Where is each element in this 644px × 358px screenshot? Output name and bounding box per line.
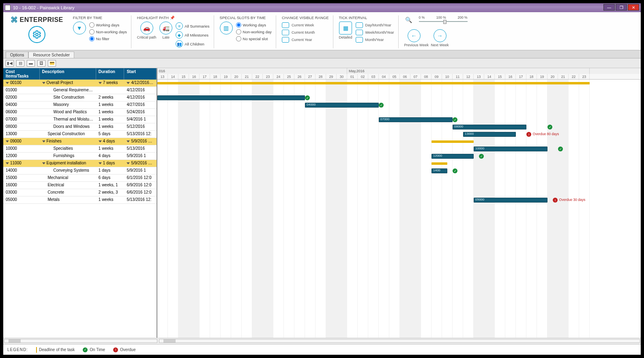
special-radio-1[interactable]: Non-working day — [236, 29, 272, 35]
task-row[interactable]: 02000Site Construction2 weeks4/12/2016 — [3, 94, 157, 101]
children-icon: 👥 — [176, 40, 183, 47]
task-row[interactable]: 13000Special Construction5 days5/13/2016… — [3, 131, 157, 138]
day-cell: 14 — [168, 74, 178, 79]
task-bar[interactable]: 12000 — [431, 154, 474, 159]
task-bar[interactable]: 08000 — [453, 125, 526, 129]
task-row[interactable]: 15000Mechanical6 days6/1/2016 12:0 — [3, 175, 157, 182]
task-row[interactable]: 07000Thermal and Moisture Pr1 weeks5/4/2… — [3, 116, 157, 123]
all-milestones-toggle[interactable]: ◆All Milestones — [176, 31, 209, 39]
all-children-toggle[interactable]: 👥All Children — [176, 40, 209, 47]
previous-week-label: Previous Week — [404, 43, 424, 47]
go-start-button[interactable]: ▮◀ — [6, 60, 14, 67]
dmy-button[interactable]: Day/Month/Year — [356, 22, 394, 28]
settings-button[interactable] — [28, 26, 45, 43]
zoom-200-label: 200 % — [457, 15, 467, 19]
my-button[interactable]: Month/Year — [356, 37, 394, 43]
legend-title: LEGEND: — [7, 347, 28, 352]
next-week-button[interactable]: → — [434, 29, 447, 42]
filter-radio-0[interactable]: Working days — [89, 22, 127, 28]
day-cell: 10 — [442, 74, 453, 79]
day-cell: 17 — [516, 74, 526, 79]
image-button[interactable]: 🖼 — [37, 60, 45, 67]
task-bar[interactable]: 04000 — [305, 103, 379, 108]
ontime-marker: ✓ — [379, 103, 384, 108]
window-minimize-button[interactable]: — — [603, 4, 615, 11]
window-close-button[interactable]: ✕ — [628, 4, 639, 11]
summary-bar[interactable] — [157, 82, 590, 84]
critical-path-icon[interactable]: 🚗 — [140, 22, 153, 35]
task-row[interactable]: 10000Specialties1 weeks5/13/2016 — [3, 145, 157, 153]
late-icon[interactable]: 🚛 — [159, 22, 172, 35]
day-cell: 29 — [326, 74, 337, 79]
task-row[interactable]: 08000Doors and Windows1 weeks5/12/2016 — [3, 123, 157, 131]
task-bar[interactable]: 13000 — [463, 132, 516, 137]
task-row[interactable]: 03000Concrete2 weeks, 36/6/2016 12:0 — [3, 189, 157, 196]
hierarchy-button[interactable]: ▤ — [16, 60, 24, 67]
task-row[interactable]: 06000Wood and Plastics1 weeks5/24/2016 — [3, 109, 157, 116]
task-table-header: Cost Items/Tasks Description Duration St… — [3, 68, 157, 80]
col-duration[interactable]: Duration — [96, 68, 125, 80]
day-cell: 26 — [294, 74, 305, 79]
collapse-button[interactable]: ▬ — [27, 60, 35, 67]
overdue-text: Overdue 80 days — [533, 132, 559, 136]
special-radio-0[interactable]: Working days — [236, 22, 272, 28]
task-row[interactable]: 09000Finishes4 days5/9/2016 12:0 — [3, 138, 157, 145]
day-cell: 19 — [221, 74, 231, 79]
day-cell: 12 — [463, 74, 474, 79]
detailed-button[interactable]: ▦ — [339, 22, 352, 35]
task-bar[interactable] — [157, 95, 305, 100]
task-row[interactable]: 16000Electrical1 weeks, 16/9/2016 12:0 — [3, 182, 157, 189]
task-row[interactable]: 14000Conveying Systems1 days5/9/2016 1 — [3, 167, 157, 175]
gantt-chart[interactable]: 016May,2016 1314151617181920212223242526… — [157, 68, 641, 338]
col-description[interactable]: Description — [40, 68, 96, 80]
bar-label: 07000 — [380, 117, 389, 121]
window-maximize-button[interactable]: ❐ — [616, 4, 627, 11]
col-cost-items[interactable]: Cost Items/Tasks — [3, 68, 40, 80]
task-row[interactable]: 01000General Requirements4/12/2016 — [3, 87, 157, 94]
day-cell: 11 — [453, 74, 463, 79]
summary-bar[interactable] — [431, 162, 447, 165]
day-cell: 24 — [273, 74, 284, 79]
special-slots-icon[interactable]: ▥ — [220, 22, 233, 35]
filter-radio-2[interactable]: No filter — [89, 36, 127, 41]
card-button[interactable]: 💳 — [48, 60, 56, 67]
tab-options[interactable]: Options — [6, 52, 28, 58]
legend-ontime: ✓On Time — [83, 347, 105, 352]
current-month-button[interactable]: Current Month — [282, 30, 315, 35]
special-radio-2[interactable]: No special slot — [236, 36, 272, 41]
day-cell: 23 — [263, 74, 273, 79]
task-row[interactable]: 12000Furnishings4 days5/9/2016 1 — [3, 153, 157, 160]
zoom-slider[interactable] — [419, 20, 468, 23]
bar-label: 13000 — [465, 132, 474, 136]
overdue-text: Overdue 30 days — [559, 198, 586, 202]
task-bar[interactable]: 07000 — [379, 117, 453, 122]
left-scrollbar[interactable] — [4, 339, 157, 343]
all-summaries-toggle[interactable]: ≡All Summaries — [176, 22, 209, 30]
task-row[interactable]: 05000Metals1 weeks5/13/2016 12: — [3, 196, 157, 204]
task-bar[interactable]: 05000 — [474, 198, 547, 203]
day-cell: 20 — [547, 74, 558, 79]
task-row[interactable]: 11000Equipment installation1 days5/9/201… — [3, 160, 157, 167]
day-cell: 28 — [316, 74, 326, 79]
task-row[interactable]: 04000Masonry1 weeks4/27/2016 — [3, 101, 157, 109]
bar-label: 05000 — [475, 198, 484, 201]
day-cell: 16 — [505, 74, 516, 79]
day-cell: 27 — [305, 74, 316, 79]
search-icon[interactable]: 🔍 — [404, 15, 413, 24]
wmy-button[interactable]: Week/Month/Year — [356, 30, 394, 35]
task-bar[interactable]: 1400 — [431, 168, 447, 173]
critical-path-label: Critical path — [137, 35, 157, 39]
col-start[interactable]: Start — [124, 68, 157, 80]
current-year-button[interactable]: Current Year — [282, 37, 315, 43]
filter-radio-1[interactable]: Non-working days — [89, 29, 127, 35]
filter-icon[interactable]: ▼ — [73, 22, 86, 35]
tab-resource-scheduler[interactable]: Resource Scheduler — [28, 52, 74, 58]
zoom-100-label: 100 % — [436, 15, 446, 19]
current-week-button[interactable]: Current Week — [282, 22, 315, 28]
right-scrollbar[interactable] — [159, 339, 640, 343]
task-bar[interactable]: 10000 — [474, 147, 547, 151]
previous-week-button[interactable]: ← — [408, 29, 421, 42]
summary-bar[interactable] — [431, 140, 474, 143]
overdue-marker: ! — [553, 198, 558, 203]
task-row[interactable]: 00100Overall Project7 weeks4/12/2016 12: — [3, 80, 157, 87]
